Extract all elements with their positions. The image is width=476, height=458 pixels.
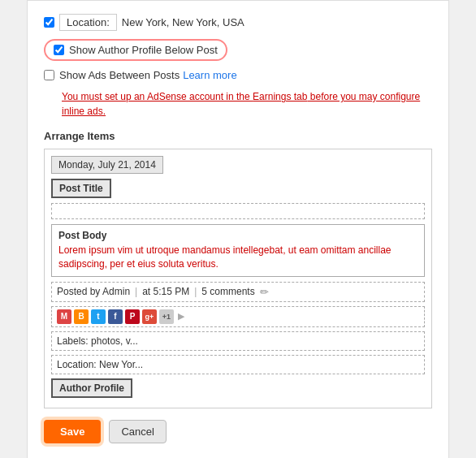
location-label: Location:: [59, 14, 117, 31]
location-row2: Location: New Yor...: [51, 355, 425, 374]
meta-sep1: |: [135, 286, 137, 297]
post-body-text: Lorem ipsum vim ut utroque mandamus inte…: [58, 244, 418, 271]
empty-dashed-area: [51, 203, 425, 219]
save-button[interactable]: Save: [44, 420, 101, 443]
meta-row: Posted by Admin | at 5:15 PM | 5 comment…: [51, 282, 425, 302]
footer-row: Save Cancel: [44, 420, 432, 443]
post-body-title: Post Body: [58, 230, 418, 241]
gplus-icon[interactable]: g+: [142, 309, 157, 324]
location-checkbox[interactable]: [44, 17, 54, 28]
plus1-icon[interactable]: +1: [159, 309, 174, 324]
location-row: Location: New York, New York, USA: [44, 14, 432, 31]
settings-panel: Location: New York, New York, USA Show A…: [27, 0, 449, 458]
arrange-box: Monday, July 21, 2014 Post Title Post Bo…: [44, 149, 432, 408]
author-profile-btn: Author Profile: [51, 378, 132, 398]
date-bar: Monday, July 21, 2014: [51, 156, 163, 174]
section-title: Arrange Items: [44, 130, 432, 142]
gmail-icon[interactable]: M: [57, 309, 71, 324]
post-body-box: Post Body Lorem ipsum vim ut utroque man…: [51, 224, 425, 277]
comments-count: 5 comments: [201, 286, 254, 297]
social-more: ▶: [178, 311, 184, 322]
edit-icon[interactable]: ✏: [260, 286, 269, 298]
info-text-part1: You must set up an AdSense account in th…: [62, 91, 253, 102]
post-title-btn: Post Title: [51, 179, 111, 198]
location-value: New York, New York, USA: [122, 16, 244, 28]
show-ads-label: Show Ads Between Posts: [59, 69, 180, 81]
posted-by: Posted by Admin: [57, 286, 130, 297]
social-row: M B t f P g+ +1 ▶: [51, 306, 425, 327]
earnings-tab-link: Earnings tab: [253, 91, 307, 102]
cancel-button[interactable]: Cancel: [109, 420, 166, 443]
twitter-icon[interactable]: t: [91, 309, 106, 324]
facebook-icon[interactable]: f: [108, 309, 123, 324]
post-time: at 5:15 PM: [142, 286, 189, 297]
blogger-icon[interactable]: B: [74, 309, 89, 324]
info-text: You must set up an AdSense account in th…: [44, 89, 432, 119]
learn-more-link[interactable]: Learn more: [183, 69, 236, 81]
show-author-row: Show Author Profile Below Post: [44, 39, 227, 61]
labels-row: Labels: photos, v...: [51, 331, 425, 351]
show-author-label: Show Author Profile Below Post: [69, 44, 218, 56]
show-ads-checkbox[interactable]: [44, 70, 54, 80]
meta-sep2: |: [194, 286, 197, 297]
show-author-checkbox[interactable]: [54, 45, 64, 55]
pinterest-icon[interactable]: P: [125, 309, 140, 324]
show-ads-row: Show Ads Between Posts Learn more: [44, 69, 432, 81]
